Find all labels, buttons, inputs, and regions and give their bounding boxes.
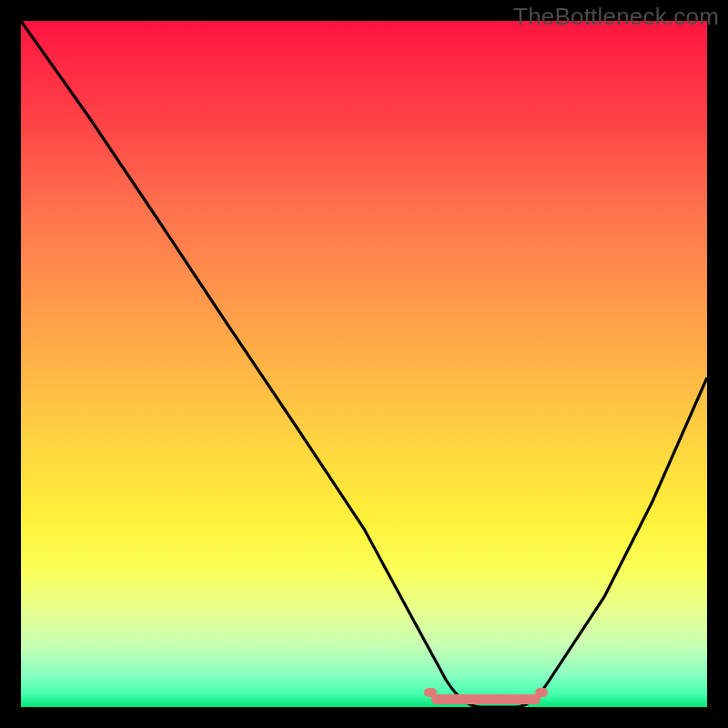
plot-area bbox=[21, 21, 707, 707]
chart-frame: TheBottleneck.com bbox=[0, 0, 728, 728]
optimal-range-marker bbox=[431, 694, 541, 704]
curve-path bbox=[21, 21, 707, 707]
optimal-range-marker-left-tip bbox=[424, 688, 437, 697]
watermark-text: TheBottleneck.com bbox=[513, 3, 719, 31]
optimal-range-marker-right-tip bbox=[535, 688, 548, 697]
bottleneck-curve bbox=[21, 21, 707, 707]
